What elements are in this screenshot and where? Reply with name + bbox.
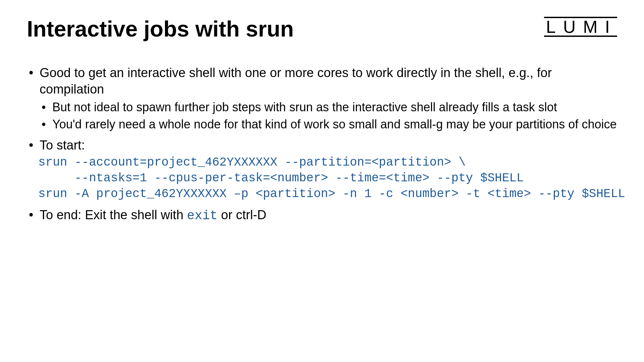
code-block: srun --account=project_462YXXXXXX --part… [38, 155, 617, 202]
slide-title: Interactive jobs with srun [27, 17, 617, 41]
lumi-logo: LUMI [544, 17, 617, 37]
code-line: --ntasks=1 --cpus-per-task=<number> --ti… [38, 171, 524, 185]
sub-bullet-list: But not ideal to spawn further job steps… [40, 100, 617, 132]
bullet-text-pre: To end: Exit the shell with [40, 208, 187, 222]
bullet-item: Good to get an interactive shell with on… [27, 65, 617, 132]
code-line: srun -A project_462YXXXXXX –p <partition… [38, 187, 625, 201]
sub-bullet-text: You'd rarely need a whole node for that … [52, 117, 616, 131]
bullet-text-post: or ctrl-D [218, 208, 267, 222]
bullet-item: To end: Exit the shell with exit or ctrl… [27, 207, 617, 224]
sub-bullet-text: But not ideal to spawn further job steps… [52, 100, 557, 114]
bullet-text: Good to get an interactive shell with on… [40, 66, 552, 96]
code-line: srun --account=project_462YXXXXXX --part… [38, 156, 466, 169]
bullet-text: To start: [40, 138, 85, 152]
bullet-list: Good to get an interactive shell with on… [27, 65, 617, 224]
sub-bullet-item: You'd rarely need a whole node for that … [40, 117, 617, 132]
sub-bullet-item: But not ideal to spawn further job steps… [40, 100, 617, 115]
slide: LUMI Interactive jobs with srun Good to … [0, 0, 644, 362]
inline-code-exit: exit [187, 208, 217, 223]
bullet-item: To start: srun --account=project_462YXXX… [27, 137, 617, 202]
